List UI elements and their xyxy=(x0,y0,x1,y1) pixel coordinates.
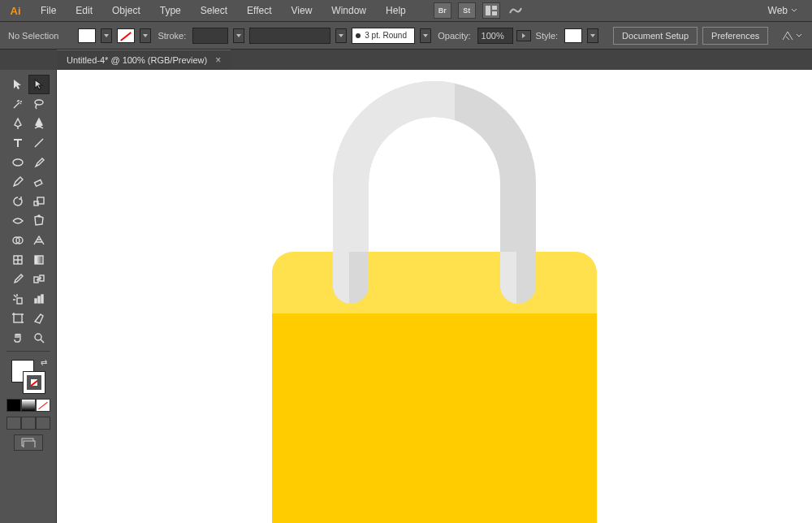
slice-tool[interactable] xyxy=(28,309,50,328)
brush-definition-dropdown[interactable] xyxy=(420,28,431,43)
selection-status-label: No Selection xyxy=(8,31,58,41)
screen-mode-button[interactable] xyxy=(14,434,43,451)
stroke-swatch[interactable] xyxy=(117,28,135,43)
opacity-label: Opacity: xyxy=(438,31,470,41)
padlock-body-main xyxy=(272,313,597,523)
magic-wand-tool[interactable] xyxy=(7,94,28,114)
app-logo-icon: Ai xyxy=(6,3,24,18)
opacity-input[interactable] xyxy=(477,28,513,44)
eraser-tool[interactable] xyxy=(28,172,50,192)
brush-definition[interactable]: 3 pt. Round xyxy=(352,28,415,44)
svg-rect-32 xyxy=(24,441,35,447)
align-icon xyxy=(781,30,794,41)
artboard-tool[interactable] xyxy=(7,309,28,328)
padlock-body-top xyxy=(272,252,597,317)
rotate-tool[interactable] xyxy=(7,192,28,211)
menu-help[interactable]: Help xyxy=(378,2,414,19)
menu-edit[interactable]: Edit xyxy=(67,2,101,19)
menu-view[interactable]: View xyxy=(283,2,321,19)
stroke-weight-dropdown[interactable] xyxy=(233,28,244,43)
eyedropper-tool[interactable] xyxy=(7,270,28,289)
gpu-preview-button[interactable] xyxy=(507,2,525,19)
variable-width-dropdown[interactable] xyxy=(335,28,347,43)
direct-selection-tool[interactable] xyxy=(28,75,50,94)
ellipse-tool[interactable] xyxy=(7,153,28,172)
menu-object[interactable]: Object xyxy=(104,2,149,19)
swap-fill-stroke-icon[interactable]: ⇄ xyxy=(41,358,47,367)
type-tool[interactable] xyxy=(7,133,28,153)
column-graph-tool[interactable] xyxy=(28,289,50,309)
dot-icon xyxy=(356,33,361,38)
svg-point-6 xyxy=(13,159,23,166)
document-tab[interactable]: Untitled-4* @ 100% (RGB/Preview) × xyxy=(57,50,231,70)
menu-bar: Ai File Edit Object Type Select Effect V… xyxy=(0,0,812,22)
curvature-tool[interactable] xyxy=(28,114,50,133)
graphic-style-swatch[interactable] xyxy=(564,28,582,43)
svg-point-29 xyxy=(35,334,41,340)
pen-tool[interactable] xyxy=(7,114,28,133)
style-label: Style: xyxy=(536,31,559,41)
svg-line-5 xyxy=(35,139,43,147)
opacity-dropdown[interactable] xyxy=(516,30,531,41)
svg-rect-0 xyxy=(486,6,490,15)
line-segment-tool[interactable] xyxy=(28,133,50,153)
shape-builder-tool[interactable] xyxy=(7,231,28,250)
color-mode-solid[interactable] xyxy=(6,399,21,412)
padlock-shackle-leg-left xyxy=(333,252,369,304)
zoom-tool[interactable] xyxy=(28,328,50,348)
bridge-button[interactable]: Br xyxy=(434,2,451,19)
pencil-tool[interactable] xyxy=(7,172,28,192)
perspective-grid-tool[interactable] xyxy=(28,231,50,250)
svg-rect-20 xyxy=(17,298,22,304)
menu-window[interactable]: Window xyxy=(323,2,374,19)
gradient-tool[interactable] xyxy=(28,250,50,270)
selection-tool[interactable] xyxy=(7,75,28,94)
svg-rect-21 xyxy=(35,299,37,303)
arrange-documents-button[interactable] xyxy=(482,2,500,19)
tool-separator xyxy=(6,351,50,352)
menu-effect[interactable]: Effect xyxy=(239,2,279,19)
svg-point-4 xyxy=(35,100,43,105)
svg-rect-24 xyxy=(14,314,22,322)
scale-tool[interactable] xyxy=(28,192,50,211)
workspace: ⇄ xyxy=(0,70,812,523)
color-mode-none[interactable] xyxy=(36,399,50,412)
align-flyout-button[interactable] xyxy=(781,30,802,41)
svg-rect-16 xyxy=(35,256,43,264)
stock-button[interactable]: St xyxy=(458,2,476,19)
workspace-switcher[interactable]: Web xyxy=(762,2,804,19)
document-setup-button[interactable]: Document Setup xyxy=(613,27,698,45)
symbol-sprayer-tool[interactable] xyxy=(7,289,28,309)
hand-tool[interactable] xyxy=(7,328,28,348)
lasso-tool[interactable] xyxy=(28,94,50,114)
tool-panel: ⇄ xyxy=(0,70,57,523)
draw-behind[interactable] xyxy=(21,417,36,430)
svg-rect-2 xyxy=(492,11,497,15)
canvas-area[interactable] xyxy=(57,70,812,523)
fill-stroke-control[interactable]: ⇄ xyxy=(11,360,45,394)
color-mode-gradient[interactable] xyxy=(21,399,36,412)
free-transform-tool[interactable] xyxy=(28,211,50,231)
menu-file[interactable]: File xyxy=(32,2,64,19)
arrange-documents-icon xyxy=(486,6,497,15)
close-tab-button[interactable]: × xyxy=(215,54,221,66)
document-tab-title: Untitled-4* @ 100% (RGB/Preview) xyxy=(67,55,207,65)
draw-normal[interactable] xyxy=(6,417,21,430)
svg-rect-7 xyxy=(34,179,41,186)
stroke-swatch-dropdown[interactable] xyxy=(140,28,151,43)
width-tool[interactable] xyxy=(7,211,28,231)
stroke-weight-input[interactable] xyxy=(192,28,228,44)
draw-inside[interactable] xyxy=(36,417,50,430)
variable-width-profile[interactable] xyxy=(249,28,330,44)
menu-select[interactable]: Select xyxy=(192,2,235,19)
blend-tool[interactable] xyxy=(28,270,50,289)
fill-swatch[interactable] xyxy=(78,28,96,43)
stroke-color-icon[interactable] xyxy=(23,371,45,394)
paintbrush-tool[interactable] xyxy=(28,153,50,172)
fill-swatch-dropdown[interactable] xyxy=(101,28,112,43)
svg-line-30 xyxy=(41,339,44,343)
mesh-tool[interactable] xyxy=(7,250,28,270)
preferences-button[interactable]: Preferences xyxy=(702,27,768,45)
graphic-style-dropdown[interactable] xyxy=(587,28,598,43)
menu-type[interactable]: Type xyxy=(152,2,189,19)
